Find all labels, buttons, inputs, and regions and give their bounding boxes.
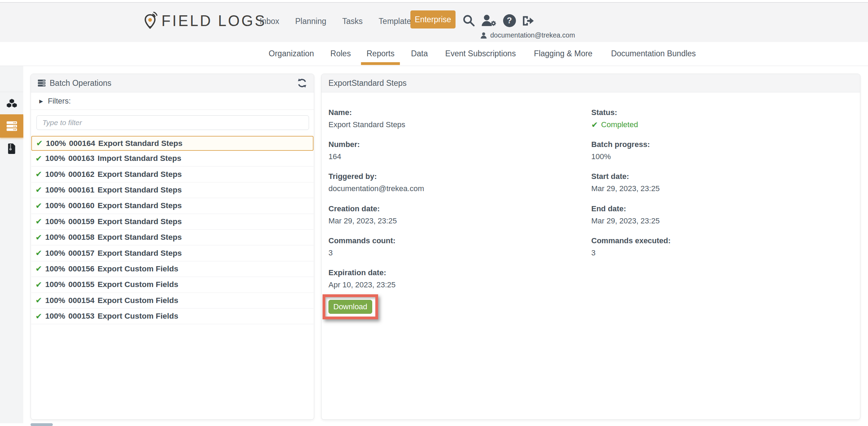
item-number: 000156 bbox=[68, 264, 94, 273]
user-settings-button[interactable] bbox=[481, 14, 498, 27]
item-number: 000162 bbox=[68, 170, 94, 179]
field-label: Commands count: bbox=[328, 236, 395, 245]
item-number: 000159 bbox=[68, 217, 94, 226]
tab-roles[interactable]: Roles bbox=[331, 42, 351, 65]
item-progress: 100% bbox=[45, 217, 65, 226]
tab-data[interactable]: Data bbox=[411, 42, 428, 65]
field-label: Creation date: bbox=[328, 204, 397, 213]
item-progress: 100% bbox=[45, 233, 65, 242]
list-item[interactable]: ✔ 100% 000158 Export Standard Steps bbox=[31, 230, 314, 245]
question-mark-icon: ? bbox=[503, 14, 516, 27]
field-value: 3 bbox=[591, 248, 671, 257]
check-icon: ✔ bbox=[35, 218, 42, 226]
check-icon: ✔ bbox=[35, 170, 42, 178]
field-end-date: End date: Mar 29, 2023, 23:25 bbox=[591, 204, 660, 226]
list-item[interactable]: ✔ 100% 000154 Export Custom Fields bbox=[31, 293, 314, 309]
brand-name: FIELDLOGS bbox=[161, 12, 266, 30]
nav-item-planning[interactable]: Planning bbox=[295, 17, 326, 26]
list-item[interactable]: ✔ 100% 000164 Export Standard Steps bbox=[31, 136, 314, 151]
check-icon: ✔ bbox=[35, 155, 42, 163]
list-item[interactable]: ✔ 100% 000162 Export Standard Steps bbox=[31, 166, 314, 182]
field-value: 3 bbox=[328, 248, 395, 257]
item-number: 000154 bbox=[68, 296, 94, 305]
sign-out-button[interactable] bbox=[521, 14, 535, 27]
item-name: Export Standard Steps bbox=[98, 233, 182, 242]
nav-item-inbox[interactable]: Inbox bbox=[260, 17, 279, 26]
list-item[interactable]: ✔ 100% 000155 Export Custom Fields bbox=[31, 277, 314, 293]
item-name: Export Standard Steps bbox=[98, 170, 182, 179]
field-status: Status: ✔ Completed bbox=[591, 108, 638, 129]
item-name: Export Custom Fields bbox=[98, 312, 178, 321]
sidebar-spacer bbox=[0, 66, 23, 92]
item-progress: 100% bbox=[45, 296, 65, 305]
filter-input[interactable] bbox=[36, 115, 309, 130]
list-item[interactable]: ✔ 100% 000153 Export Custom Fields bbox=[31, 309, 314, 324]
check-icon: ✔ bbox=[36, 139, 43, 147]
sidebar-item-archives[interactable] bbox=[0, 138, 23, 160]
tab-flagging-and-more[interactable]: Flagging & More bbox=[534, 42, 593, 65]
main-navigation: Inbox Planning Tasks Templates bbox=[260, 3, 415, 40]
tab-event-subscriptions[interactable]: Event Subscriptions bbox=[445, 42, 516, 65]
item-number: 000163 bbox=[68, 154, 94, 163]
list-item[interactable]: ✔ 100% 000161 Export Standard Steps bbox=[31, 182, 314, 198]
brand-logo: FIELDLOGS bbox=[144, 12, 266, 29]
server-stack-icon bbox=[7, 121, 17, 131]
check-icon: ✔ bbox=[591, 121, 598, 129]
horizontal-scrollbar-thumb[interactable] bbox=[31, 423, 53, 426]
field-label: End date: bbox=[591, 204, 660, 213]
item-name: Export Custom Fields bbox=[98, 264, 178, 273]
check-icon: ✔ bbox=[35, 296, 42, 304]
item-number: 000164 bbox=[69, 139, 95, 148]
nav-item-templates[interactable]: Templates bbox=[379, 17, 415, 26]
check-icon: ✔ bbox=[35, 312, 42, 320]
status-value: ✔ Completed bbox=[591, 120, 638, 129]
refresh-button[interactable] bbox=[297, 78, 307, 88]
item-name: Export Standard Steps bbox=[98, 249, 182, 258]
list-item[interactable]: ✔ 100% 000156 Export Custom Fields bbox=[31, 261, 314, 277]
batch-detail-panel: ExportStandard Steps Name: Export Standa… bbox=[321, 74, 860, 420]
item-number: 000161 bbox=[68, 186, 94, 195]
tab-documentation-bundles[interactable]: Documentation Bundles bbox=[611, 42, 696, 65]
batch-operations-list: ✔ 100% 000164 Export Standard Steps ✔ 10… bbox=[31, 136, 314, 324]
item-progress: 100% bbox=[45, 280, 65, 289]
item-number: 000153 bbox=[68, 312, 94, 321]
sidebar-item-batch-operations[interactable] bbox=[0, 114, 23, 138]
tab-organization[interactable]: Organization bbox=[269, 42, 314, 65]
field-number: Number: 164 bbox=[328, 140, 360, 161]
list-item[interactable]: ✔ 100% 000163 Import Standard Steps bbox=[31, 151, 314, 166]
check-icon: ✔ bbox=[35, 202, 42, 210]
field-value: Export Standard Steps bbox=[328, 120, 405, 129]
tab-reports[interactable]: Reports bbox=[367, 42, 395, 65]
nav-item-tasks[interactable]: Tasks bbox=[342, 17, 363, 26]
item-progress: 100% bbox=[45, 264, 65, 273]
status-text: Completed bbox=[601, 120, 638, 129]
download-button[interactable]: Download bbox=[328, 300, 372, 314]
map-pin-signal-icon bbox=[144, 12, 157, 29]
item-number: 000157 bbox=[68, 249, 94, 258]
field-commands-count: Commands count: 3 bbox=[328, 236, 395, 257]
list-item[interactable]: ✔ 100% 000157 Export Standard Steps bbox=[31, 245, 314, 261]
field-value: Apr 10, 2023, 23:25 bbox=[328, 280, 395, 289]
user-email-text: documentation@trekea.com bbox=[490, 31, 575, 39]
zip-file-icon bbox=[8, 144, 16, 154]
list-item[interactable]: ✔ 100% 000159 Export Standard Steps bbox=[31, 214, 314, 230]
annotation-highlight-box: Download bbox=[323, 294, 378, 319]
field-label: Start date: bbox=[591, 172, 660, 181]
field-triggered-by: Triggered by: documentation@trekea.com bbox=[328, 172, 424, 193]
search-icon bbox=[462, 14, 475, 27]
item-name: Export Standard Steps bbox=[98, 201, 182, 210]
search-button[interactable] bbox=[462, 14, 476, 27]
item-number: 000155 bbox=[68, 280, 94, 289]
check-icon: ✔ bbox=[35, 186, 42, 194]
enterprise-button[interactable]: Enterprise bbox=[410, 10, 456, 28]
list-item[interactable]: ✔ 100% 000160 Export Standard Steps bbox=[31, 198, 314, 214]
check-icon: ✔ bbox=[35, 249, 42, 257]
field-value: 164 bbox=[328, 152, 360, 161]
field-commands-executed: Commands executed: 3 bbox=[591, 236, 671, 257]
filters-toggle[interactable]: ▶ Filters: bbox=[31, 92, 314, 110]
item-number: 000160 bbox=[68, 201, 94, 210]
batch-panel-header: Batch Operations bbox=[31, 74, 314, 92]
help-button[interactable]: ? bbox=[502, 14, 516, 27]
caret-right-icon: ▶ bbox=[39, 98, 43, 104]
sidebar-item-cubes[interactable] bbox=[0, 92, 23, 114]
